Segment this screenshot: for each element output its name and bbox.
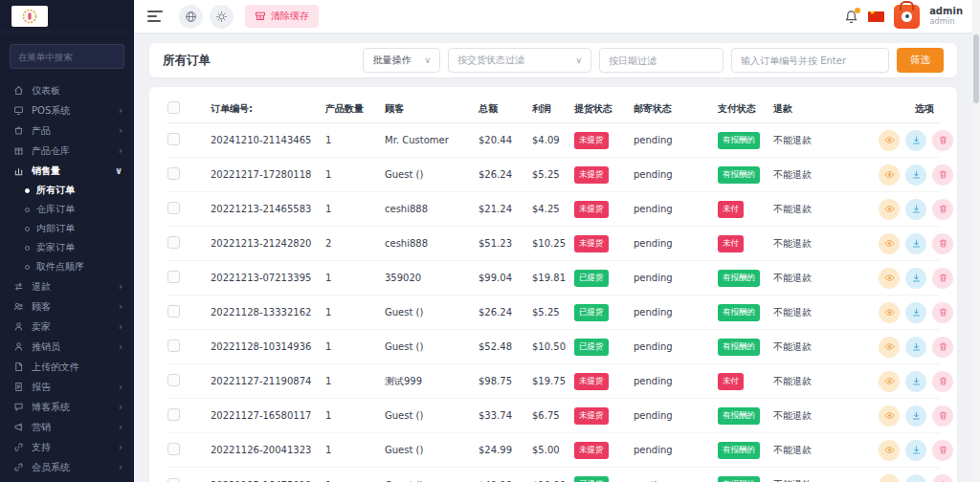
row-checkbox[interactable] [167, 408, 180, 421]
view-button[interactable] [879, 302, 900, 323]
sidebar-item-marketing[interactable]: 营销› [0, 417, 134, 437]
sidebar-subitem[interactable]: 卖家订单 [0, 238, 134, 257]
row-checkbox[interactable] [167, 202, 180, 214]
view-button[interactable] [879, 337, 900, 358]
sidebar-item-blog[interactable]: 博客系统› [0, 397, 134, 417]
row-checkbox[interactable] [167, 374, 180, 386]
chevron-down-icon: ∨ [575, 55, 582, 65]
delete-button[interactable] [932, 474, 953, 482]
settings-icon [215, 11, 228, 23]
eye-icon [884, 445, 895, 455]
download-button[interactable] [905, 440, 926, 461]
sidebar-item-support[interactable]: 支持› [0, 437, 134, 457]
sidebar-item-warehouse[interactable]: 产品仓库› [0, 141, 134, 161]
sidebar-item-products[interactable]: 产品› [0, 120, 134, 141]
user-avatar[interactable] [894, 5, 920, 29]
sidebar-subitem[interactable]: 内部订单 [0, 219, 134, 238]
filter-button[interactable]: 筛选 [897, 48, 944, 73]
view-button[interactable] [879, 405, 900, 427]
pickup-status-badge: 未提货 [574, 442, 609, 459]
row-checkbox[interactable] [167, 133, 180, 145]
sidebar-subitem[interactable]: 取件点顺序 [0, 257, 134, 276]
view-button[interactable] [879, 371, 900, 392]
mail-status: pending [634, 445, 718, 455]
download-button[interactable] [905, 233, 926, 254]
order-code-input[interactable] [731, 48, 889, 73]
row-checkbox[interactable] [167, 478, 180, 482]
row-checkbox[interactable] [167, 271, 180, 283]
sidebar-item-sales[interactable]: 销售量∨ [0, 161, 134, 181]
globe-button[interactable] [179, 5, 203, 29]
download-button[interactable] [905, 405, 926, 427]
sidebar-item-refund[interactable]: 退款› [0, 276, 134, 296]
view-button[interactable] [879, 199, 900, 220]
page-scrollbar[interactable] [972, 0, 980, 482]
column-header: 产品数量 [325, 102, 385, 116]
download-button[interactable] [905, 164, 926, 186]
view-button[interactable] [879, 440, 900, 461]
sidebar-item-customers[interactable]: 顾客› [0, 296, 134, 317]
user-meta[interactable]: admin admin [929, 6, 963, 26]
row-checkbox[interactable] [167, 443, 180, 455]
brand-logo[interactable] [11, 6, 48, 27]
sidebar-item-membership[interactable]: 会员系统› [0, 457, 134, 477]
download-button[interactable] [905, 130, 926, 151]
sidebar-item-reports[interactable]: 报告› [0, 377, 134, 397]
row-checkbox[interactable] [167, 236, 180, 249]
bulk-action-dropdown[interactable]: 批量操作 ∨ [363, 48, 440, 73]
row-checkbox[interactable] [167, 305, 180, 318]
sidebar-item-seller[interactable]: 卖家› [0, 317, 134, 337]
sidebar-item-salesman[interactable]: 推销员› [0, 337, 134, 357]
delete-button[interactable] [932, 233, 953, 254]
download-button[interactable] [905, 268, 926, 289]
notifications-button[interactable] [844, 10, 858, 24]
delete-button[interactable] [932, 268, 953, 289]
download-button[interactable] [905, 199, 926, 220]
menu-toggle-icon[interactable] [147, 11, 165, 22]
view-button[interactable] [879, 474, 900, 482]
download-button[interactable] [905, 371, 926, 392]
sidebar-item-uploads[interactable]: 上传的文件 [0, 357, 134, 377]
row-checkbox[interactable] [167, 340, 180, 352]
download-button[interactable] [905, 474, 926, 482]
sidebar-item-label: 卖家 [32, 320, 119, 334]
scrollbar-thumb[interactable] [973, 34, 979, 103]
order-code: 20241210-21143465 [211, 135, 325, 145]
delivery-status-filter[interactable]: 按交货状态过滤 ∨ [448, 48, 591, 73]
download-button[interactable] [905, 302, 926, 323]
view-button[interactable] [879, 233, 900, 254]
row-checkbox[interactable] [167, 167, 180, 180]
refund-status: 不能退款 [773, 444, 879, 457]
download-button[interactable] [905, 337, 926, 358]
table-row: 20221217-172801181Guest ()$26.24$5.25未提货… [167, 158, 940, 192]
date-filter-input[interactable] [599, 48, 724, 73]
delete-button[interactable] [932, 302, 953, 323]
view-button[interactable] [879, 164, 900, 186]
sidebar-item-dashboard[interactable]: 仪表板 [0, 80, 134, 100]
select-all-checkbox[interactable] [167, 101, 180, 114]
download-icon [911, 341, 922, 352]
notification-dot [855, 8, 860, 13]
orders-table-card: 订单编号:产品数量顾客总额利润提货状态邮寄状态支付状态退款选项 20241210… [149, 87, 957, 482]
sidebar-subitem[interactable]: 仓库订单 [0, 200, 134, 219]
delete-button[interactable] [932, 371, 953, 392]
delete-button[interactable] [932, 130, 953, 151]
download-icon [911, 273, 922, 283]
delete-button[interactable] [932, 199, 953, 220]
mail-status: pending [634, 376, 718, 386]
view-button[interactable] [879, 268, 900, 289]
total: $26.24 [479, 307, 532, 318]
settings-button[interactable] [210, 5, 234, 29]
delete-button[interactable] [932, 337, 953, 358]
view-button[interactable] [879, 130, 900, 151]
delete-button[interactable] [932, 440, 953, 461]
clear-cache-button[interactable]: 清除缓存 [245, 5, 319, 28]
flag-cn-icon[interactable] [868, 11, 884, 22]
sidebar-search-input[interactable] [10, 44, 124, 69]
delete-button[interactable] [932, 405, 953, 427]
sidebar-subitem[interactable]: 所有订单 [0, 181, 134, 200]
chevron-right-icon: › [119, 422, 122, 432]
sidebar-item-pos[interactable]: POS系统› [0, 100, 134, 120]
delete-button[interactable] [932, 164, 953, 186]
eye-icon [884, 169, 895, 180]
